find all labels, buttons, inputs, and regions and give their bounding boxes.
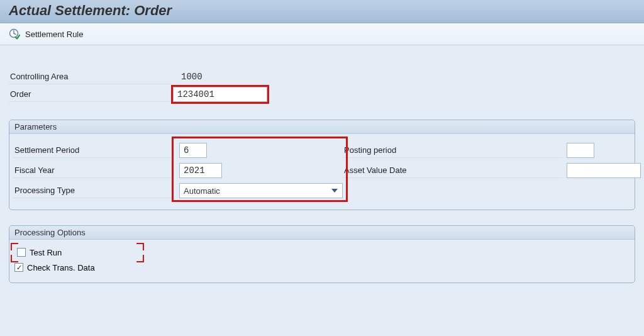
- posting-period-label: Posting period: [343, 143, 563, 158]
- asset-value-date-label: Asset Value Date: [343, 163, 563, 178]
- test-run-highlight: Test Run: [14, 247, 140, 259]
- processing-type-label: Processing Type: [13, 183, 172, 198]
- processing-options-header: Processing Options: [9, 226, 635, 240]
- settlement-rule-button[interactable]: Settlement Rule: [25, 30, 84, 39]
- parameters-header: Parameters: [9, 120, 635, 134]
- posting-period-input[interactable]: [567, 143, 594, 158]
- check-trans-data-label: Check Trans. Data: [27, 263, 95, 272]
- content-area: Controlling Area 1000 Order Parameters S…: [0, 45, 644, 307]
- toolbar: Settlement Rule: [0, 23, 644, 45]
- asset-value-date-input[interactable]: [567, 163, 641, 178]
- page-title-text: Actual Settlement: Order: [9, 3, 172, 18]
- settlement-period-input[interactable]: [179, 143, 207, 158]
- order-input[interactable]: [173, 87, 267, 102]
- parameters-group: Parameters Settlement Period Fiscal Year…: [9, 120, 635, 210]
- check-trans-data-checkbox[interactable]: ✓: [14, 263, 23, 272]
- settlement-period-label: Settlement Period: [13, 143, 172, 158]
- fiscal-year-label: Fiscal Year: [13, 163, 172, 178]
- top-fields: Controlling Area 1000 Order: [9, 68, 635, 103]
- processing-options-group: Processing Options Test Run ✓ Check Tran…: [9, 225, 635, 283]
- controlling-area-value: 1000: [171, 72, 203, 82]
- controlling-area-label: Controlling Area: [9, 69, 171, 84]
- test-run-label: Test Run: [30, 248, 62, 257]
- processing-type-select[interactable]: [179, 183, 343, 198]
- settlement-rule-icon[interactable]: [9, 28, 20, 40]
- order-label: Order: [9, 87, 171, 102]
- order-highlight: [171, 85, 269, 104]
- page-title: Actual Settlement: Order: [0, 0, 644, 23]
- fiscal-year-input[interactable]: [179, 163, 222, 178]
- test-run-checkbox[interactable]: [17, 248, 26, 257]
